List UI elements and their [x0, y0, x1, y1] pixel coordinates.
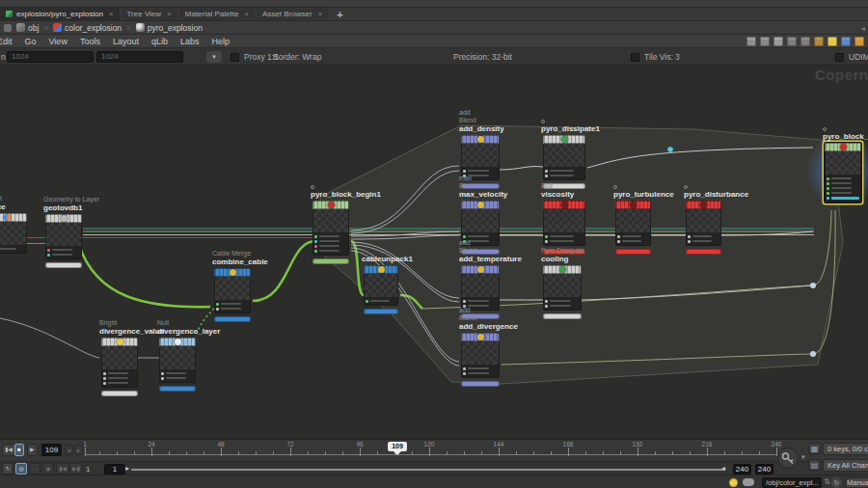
menu-edit[interactable]: Edit: [0, 37, 13, 46]
pin-icon[interactable]: [4, 24, 12, 32]
current-node-path-field[interactable]: /obj/color_expl...: [762, 477, 822, 488]
node-viscosity[interactable]: Blurviscosity: [543, 201, 585, 246]
connector-row: [827, 186, 859, 190]
menu-tools[interactable]: Tools: [80, 37, 100, 46]
proxy-checkbox[interactable]: [231, 53, 239, 62]
current-frame-field[interactable]: 109: [41, 444, 62, 456]
thumbnail-view-icon[interactable]: [800, 37, 810, 46]
ruler-label: 96: [356, 441, 363, 447]
range-start-field[interactable]: 1: [104, 464, 125, 474]
menu-help[interactable]: Help: [211, 37, 230, 46]
grid-view-icon[interactable]: [787, 37, 797, 46]
menu-labs[interactable]: Labs: [180, 37, 200, 46]
new-tab-button[interactable]: +: [330, 8, 349, 20]
recook-icon[interactable]: ↻: [831, 477, 842, 488]
step-forward-button[interactable]: ▸: [74, 445, 83, 455]
node-cableunpack1[interactable]: cableunpack1: [364, 265, 398, 306]
range-slider-left-handle[interactable]: ▸: [125, 463, 129, 474]
node-pyro-turbulence[interactable]: pyro_turbulence: [615, 201, 651, 246]
ruler-tick: [759, 451, 760, 455]
stop-button[interactable]: ■: [14, 444, 24, 456]
node-pyro-block-end1[interactable]: pyro_block_end1: [825, 143, 861, 203]
key-all-channels-button[interactable]: Key All Channels: [823, 459, 868, 472]
node-combine-cable[interactable]: Cable Mergecombine_cable: [214, 268, 251, 313]
global-end-field[interactable]: 240: [755, 464, 773, 474]
keys-summary-button[interactable]: 0 keys, 0/0 chan: [823, 443, 868, 455]
resolution-preset-dropdown[interactable]: ▾: [206, 51, 222, 63]
range-slider-right-handle[interactable]: ◂: [721, 463, 725, 474]
folder-icon[interactable]: [854, 37, 864, 46]
node-ource[interactable]: mportource: [0, 213, 27, 254]
set-key-mode-button[interactable]: ◆: [42, 463, 54, 474]
tab-close-icon[interactable]: ×: [244, 10, 249, 18]
network-editor-canvas[interactable]: Copernicus: [0, 66, 868, 439]
ruler-label: 120: [424, 441, 435, 447]
cook-indicator-icon[interactable]: [729, 478, 738, 487]
connector-dot: [688, 235, 691, 238]
node-pyro-dissipate1[interactable]: pyro_dissipate1: [543, 135, 585, 180]
node-add-temperature[interactable]: addBlendadd_temperature: [461, 265, 500, 311]
breadcrumb-obj[interactable]: obj: [16, 23, 39, 33]
node-add-divergence[interactable]: addBlendadd_divergence: [461, 333, 500, 378]
update-mode-button[interactable]: Manual: [846, 477, 868, 488]
menu-layout[interactable]: Layout: [113, 37, 139, 46]
resolution-label: n: [1, 52, 6, 62]
range-end-button[interactable]: ▶▮: [69, 463, 83, 474]
range-start-button[interactable]: ▮◀: [56, 463, 69, 474]
sticky-note-icon[interactable]: [827, 37, 837, 46]
network-overview-icon[interactable]: [841, 37, 851, 46]
resolution-width-field[interactable]: 1024: [7, 51, 94, 63]
loop-mode-button[interactable]: ↻: [2, 463, 14, 474]
tab-explosion-pyro-explosion[interactable]: explosion/pyro_explosion×: [0, 8, 120, 20]
breadcrumb-color-explosion[interactable]: color_explosion: [53, 23, 122, 33]
node-divergence-layer[interactable]: Nulldivergence_layer: [159, 338, 196, 383]
ruler-tick: [377, 451, 378, 455]
node-divergence-value[interactable]: Brightdivergence_value: [101, 338, 138, 388]
tab-close-icon[interactable]: ×: [109, 10, 114, 18]
channel-editor-icon[interactable]: ▤: [808, 459, 821, 471]
message-log-icon[interactable]: [743, 478, 754, 486]
perf-monitor-icon[interactable]: [760, 37, 770, 46]
node-preview-thumbnail: [312, 209, 349, 232]
node-labels: Nulldivergence_layer: [157, 319, 220, 336]
tab-material-palette[interactable]: Material Palette×: [179, 8, 255, 20]
play-button[interactable]: ▶: [27, 444, 38, 456]
list-view-icon[interactable]: [773, 37, 783, 46]
breadcrumb-pyro-explosion[interactable]: pyro_explosion: [136, 23, 203, 33]
customize-icon[interactable]: [746, 37, 756, 46]
keyframe-options-button[interactable]: ⋯: [29, 463, 41, 474]
resolution-height-field[interactable]: 1024: [96, 51, 183, 63]
node-pyro-block-begin1[interactable]: pyro_block_begin1: [312, 201, 349, 256]
menu-view[interactable]: View: [49, 37, 68, 46]
path-history-icon[interactable]: ◂: [861, 24, 865, 33]
node-labels: pyro_dissipate1: [541, 120, 600, 133]
range-slider[interactable]: [131, 469, 725, 471]
keyframe-dropdown-icon[interactable]: ▾: [801, 453, 805, 461]
tab-asset-browser[interactable]: Asset Browser×: [257, 8, 328, 20]
step-back-button[interactable]: ◂: [65, 445, 73, 455]
node-type-label: Bright: [99, 319, 164, 327]
timeline-ruler[interactable]: 124487296120144168192216240109: [0, 440, 868, 461]
snapshot-icon[interactable]: [814, 37, 824, 46]
tab-close-icon[interactable]: ×: [318, 10, 323, 18]
set-keyframe-button[interactable]: [777, 447, 799, 469]
udim-checkbox[interactable]: [835, 53, 844, 62]
connector-row: [314, 239, 347, 243]
node-pyro-disturbance[interactable]: pyro_disturbance: [686, 201, 721, 246]
tab-close-icon[interactable]: ×: [167, 10, 172, 18]
tab-tree-view[interactable]: Tree View×: [122, 8, 177, 20]
tile-vis-checkbox[interactable]: [631, 53, 639, 62]
node-cooling[interactable]: Pyro Dissipatecooling: [543, 265, 582, 311]
jump-to-start-button[interactable]: ▮◀: [2, 444, 15, 456]
menu-qlib[interactable]: qLib: [151, 37, 168, 46]
menu-go[interactable]: Go: [25, 37, 37, 46]
playhead-marker[interactable]: 109: [388, 442, 407, 451]
connector-label: [550, 175, 574, 176]
realtime-toggle-button[interactable]: ◎: [15, 463, 27, 474]
path-spinner-icon[interactable]: ⇅: [824, 477, 830, 486]
scoped-channels-icon[interactable]: ▦: [808, 443, 821, 454]
connector-label: [319, 235, 339, 237]
range-end-field[interactable]: 240: [733, 464, 751, 474]
node-geotovdb1[interactable]: Geometry to Layergeotovdb1: [45, 214, 82, 259]
ruler-tick: [516, 451, 517, 455]
